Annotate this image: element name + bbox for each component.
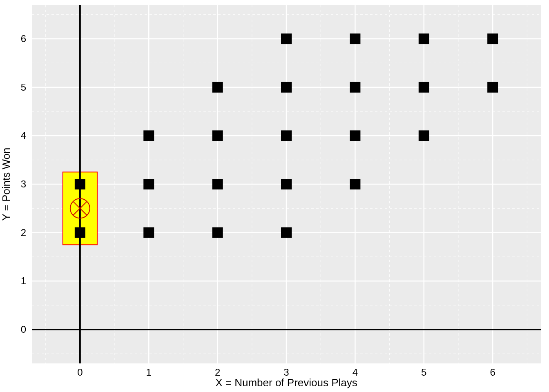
data-point — [212, 179, 223, 189]
data-point — [350, 82, 360, 93]
data-point — [350, 179, 360, 189]
data-point — [281, 33, 292, 44]
y-tick-labels: 0123456 — [21, 33, 26, 335]
chart-container: 0123456 0123456 X = Number of Previous P… — [0, 0, 549, 392]
data-point — [143, 179, 154, 189]
data-point — [419, 82, 429, 93]
data-point — [419, 33, 429, 44]
data-point — [281, 82, 292, 93]
data-point — [75, 227, 85, 238]
y-tick: 2 — [21, 227, 26, 238]
y-tick: 4 — [21, 130, 26, 141]
data-point — [350, 33, 360, 44]
data-point — [487, 33, 498, 44]
x-tick: 5 — [421, 367, 426, 378]
y-axis-label: Y = Points Won — [0, 148, 12, 221]
data-point — [281, 227, 292, 238]
data-point — [212, 227, 223, 238]
x-tick-labels: 0123456 — [77, 367, 495, 378]
y-tick: 1 — [21, 275, 26, 286]
data-point — [419, 130, 429, 141]
data-point — [75, 179, 85, 189]
data-point — [143, 227, 154, 238]
x-tick: 6 — [490, 367, 495, 378]
x-tick: 0 — [77, 367, 83, 378]
x-tick: 2 — [215, 367, 220, 378]
data-point — [212, 82, 223, 93]
data-point — [281, 179, 292, 189]
data-point — [350, 130, 360, 141]
y-tick: 5 — [21, 82, 26, 93]
y-tick: 3 — [21, 178, 26, 189]
y-tick: 0 — [21, 324, 26, 335]
y-tick: 6 — [21, 33, 26, 44]
x-tick: 1 — [146, 367, 152, 378]
x-tick: 4 — [353, 367, 358, 378]
data-point — [212, 130, 223, 141]
data-point — [143, 130, 154, 141]
x-tick: 3 — [283, 367, 289, 378]
data-point — [487, 82, 498, 93]
scatter-plot: 0123456 0123456 X = Number of Previous P… — [0, 0, 549, 392]
x-axis-label: X = Number of Previous Plays — [215, 376, 357, 389]
data-point — [281, 130, 292, 141]
